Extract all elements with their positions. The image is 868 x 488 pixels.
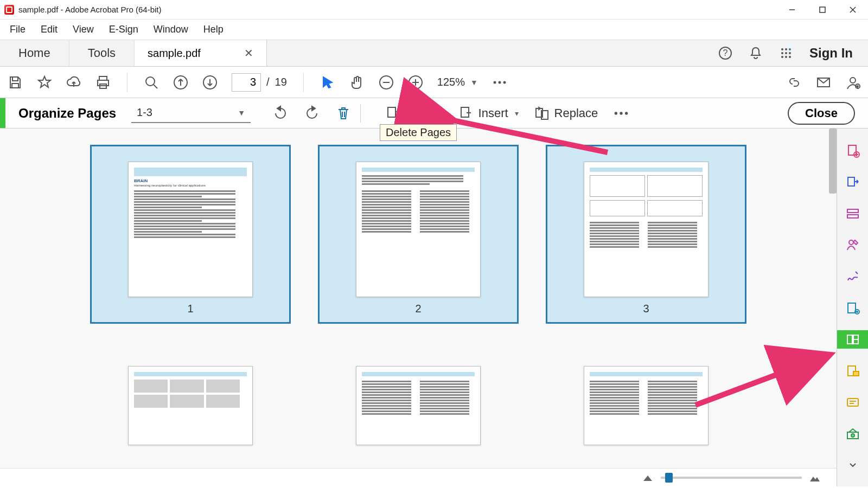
page-thumbnails-area[interactable]: BRAIN Harnessing neuroplasticity for cli…	[0, 129, 837, 486]
search-icon[interactable]	[144, 75, 159, 90]
page-separator: /	[266, 76, 270, 88]
svg-point-29	[493, 81, 496, 84]
svg-point-8	[789, 48, 791, 50]
menu-bar: File Edit View E-Sign Window Help	[0, 20, 868, 40]
email-icon[interactable]	[816, 75, 831, 90]
notifications-icon[interactable]	[749, 46, 763, 60]
zoom-small-icon[interactable]	[642, 473, 653, 482]
svg-point-42	[620, 112, 623, 114]
close-button[interactable]: Close	[788, 102, 855, 125]
page-thumb-5[interactable]	[318, 351, 519, 448]
svg-point-7	[785, 48, 787, 50]
svg-point-6	[781, 48, 783, 50]
more-tools-icon[interactable]	[492, 75, 507, 90]
zoom-in-icon[interactable]	[408, 75, 423, 90]
organize-pages-toolbar: Organize Pages 1-3 ▼ Extract Insert▾ Rep…	[0, 98, 868, 129]
annotation-arrow-to-delete	[445, 114, 618, 163]
cloud-upload-icon[interactable]	[66, 75, 81, 90]
rotate-ccw-button[interactable]	[272, 105, 289, 121]
send-icon[interactable]: $	[844, 425, 862, 443]
organize-pages-icon[interactable]	[837, 330, 869, 349]
organize-active-indicator	[0, 98, 5, 128]
svg-rect-54	[848, 303, 856, 313]
next-page-icon[interactable]	[202, 75, 218, 90]
svg-rect-37	[388, 107, 395, 117]
print-icon[interactable]	[95, 75, 111, 90]
create-pdf-icon[interactable]	[844, 142, 862, 160]
page-thumb-2[interactable]: 2	[318, 145, 519, 324]
page-current-input[interactable]	[232, 73, 261, 92]
zoom-large-icon[interactable]	[809, 473, 820, 482]
tab-document[interactable]: sample.pdf ✕	[135, 40, 267, 66]
stamp-icon[interactable]	[844, 393, 862, 412]
share-icon[interactable]	[844, 299, 862, 317]
share-link-icon[interactable]	[787, 75, 802, 90]
svg-point-12	[781, 56, 783, 58]
page-number-label: 3	[643, 303, 649, 315]
hand-tool-icon[interactable]	[349, 75, 365, 90]
annotation-arrow-to-rail	[690, 351, 831, 410]
chevron-down-icon: ▼	[470, 78, 478, 87]
tab-home[interactable]: Home	[0, 40, 69, 66]
tab-tools[interactable]: Tools	[69, 40, 135, 66]
rotate-cw-button[interactable]	[304, 105, 320, 121]
page-range-value: 1-3	[137, 106, 152, 119]
svg-point-11	[789, 52, 791, 54]
tab-document-label: sample.pdf	[148, 47, 201, 60]
menu-help[interactable]: Help	[203, 24, 224, 35]
zoom-value: 125%	[437, 76, 465, 88]
svg-point-14	[789, 56, 791, 58]
apps-icon[interactable]	[779, 46, 793, 60]
svg-rect-16	[12, 84, 18, 88]
svg-line-21	[154, 85, 157, 88]
selection-tool-icon[interactable]	[320, 75, 335, 90]
page-number-label: 2	[415, 303, 421, 315]
right-tool-rail: $	[837, 129, 868, 486]
zoom-out-icon[interactable]	[379, 75, 394, 90]
page-thumb-3[interactable]: 3	[546, 145, 746, 324]
save-icon[interactable]	[8, 75, 23, 90]
window-minimize[interactable]	[777, 0, 807, 20]
vertical-scrollbar[interactable]	[829, 129, 837, 194]
help-icon[interactable]: ?	[718, 46, 732, 60]
delete-pages-button[interactable]	[335, 105, 352, 121]
request-sign-icon[interactable]	[844, 236, 862, 254]
svg-point-53	[849, 240, 853, 245]
sign-in-button[interactable]: Sign In	[809, 46, 853, 61]
menu-esign[interactable]: E-Sign	[109, 24, 138, 35]
svg-rect-52	[847, 215, 858, 218]
svg-point-9	[781, 52, 783, 54]
export-pdf-icon[interactable]	[844, 173, 862, 191]
extract-button[interactable]: Extract	[385, 105, 442, 121]
page-thumb-1[interactable]: BRAIN Harnessing neuroplasticity for cli…	[90, 145, 291, 324]
fill-sign-icon[interactable]	[844, 267, 862, 286]
window-maximize[interactable]	[807, 0, 838, 20]
page-thumb-4[interactable]	[90, 351, 291, 448]
account-icon[interactable]	[845, 75, 860, 90]
menu-file[interactable]: File	[10, 24, 25, 35]
svg-line-44	[450, 120, 608, 152]
window-title: sample.pdf - Adobe Acrobat Pro (64-bit)	[18, 5, 161, 14]
edit-pdf-icon[interactable]	[844, 204, 862, 223]
more-tools-expand-icon[interactable]	[844, 456, 862, 474]
app-icon	[4, 5, 14, 15]
prev-page-icon[interactable]	[173, 75, 188, 90]
tab-close-icon[interactable]: ✕	[244, 47, 253, 60]
svg-point-33	[850, 78, 856, 83]
chevron-down-icon: ▼	[238, 108, 245, 117]
thumbnail-zoom-slider[interactable]	[661, 477, 802, 479]
menu-view[interactable]: View	[73, 24, 94, 35]
svg-rect-50	[848, 177, 854, 186]
svg-point-13	[785, 56, 787, 58]
organize-pages-title: Organize Pages	[18, 106, 116, 121]
svg-text:$: $	[851, 433, 854, 438]
page-range-select[interactable]: 1-3 ▼	[131, 104, 251, 123]
window-close[interactable]	[838, 0, 868, 20]
comment-icon[interactable]	[844, 362, 862, 380]
thumbnail-zoom-strip	[0, 468, 837, 486]
menu-edit[interactable]: Edit	[41, 24, 58, 35]
zoom-select[interactable]: 125% ▼	[437, 76, 478, 88]
menu-window[interactable]: Window	[154, 24, 188, 35]
star-icon[interactable]	[37, 75, 52, 90]
svg-point-43	[625, 112, 628, 114]
